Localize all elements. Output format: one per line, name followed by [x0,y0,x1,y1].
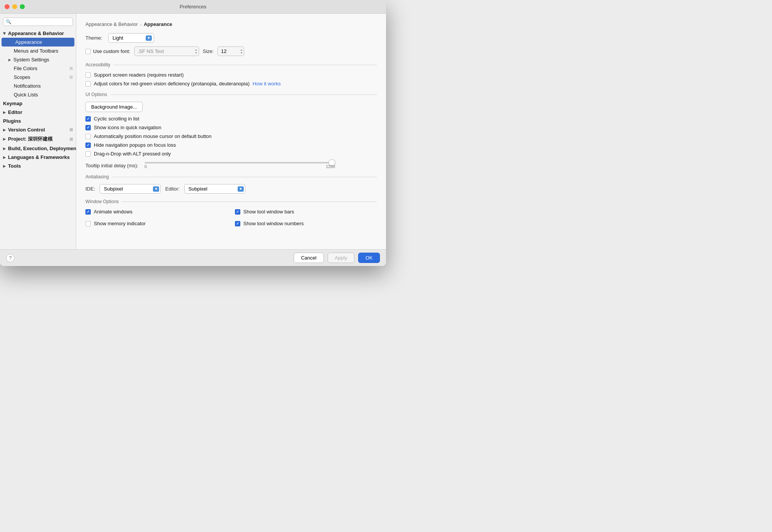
sidebar-item-label: Keymap [3,101,23,106]
sidebar-item-project[interactable]: ▶ Project: 深圳怀建模 ⊞ [0,134,76,144]
antialiasing-row: IDE: Subpixel Greyscale LCD ▼ Editor: Su… [85,184,377,194]
sidebar-item-label: Build, Execution, Deployment [8,146,76,151]
sidebar: 🔍 ▶ Appearance & Behavior Appearance Men… [0,14,76,249]
sidebar-item-appearance-behavior[interactable]: ▶ Appearance & Behavior [0,29,76,38]
divider-line [112,177,377,177]
help-button[interactable]: ? [6,254,14,262]
show-icons-nav-checkbox[interactable] [85,125,91,130]
sidebar-item-label: Languages & Frameworks [8,154,70,160]
drag-drop-row: Drag-n-Drop with ALT pressed only [85,151,377,157]
copy-icon: ⊞ [69,75,73,80]
search-icon: 🔍 [6,19,11,24]
ide-aa-select[interactable]: Subpixel Greyscale LCD [100,184,161,194]
triangle-icon: ▶ [3,128,6,132]
apply-button[interactable]: Apply [328,253,355,263]
how-it-works-link[interactable]: How it works [253,81,281,87]
screen-readers-row: Support screen readers (requires restart… [85,72,377,78]
antialiasing-section-divider: Antialiasing [85,174,377,179]
tooltip-slider-wrap: 0 1200 [145,162,335,169]
ide-label: IDE: [85,186,95,192]
sidebar-item-menus-toolbars[interactable]: Menus and Toolbars [0,46,76,55]
sidebar-item-file-colors[interactable]: File Colors ⊞ [0,64,76,73]
sidebar-item-appearance[interactable]: Appearance [2,38,74,46]
show-tool-bars-checkbox[interactable] [235,209,240,215]
show-tool-numbers-checkbox[interactable] [235,221,240,226]
animate-windows-checkbox[interactable] [85,209,91,215]
font-arrow-up[interactable]: ▲ [195,48,198,51]
accessibility-section-label: Accessibility [85,62,110,67]
search-box[interactable]: 🔍 [3,18,73,26]
sidebar-item-label: Quick Lists [14,92,38,98]
show-memory-label: Show memory indicator [94,221,146,226]
color-blind-checkbox[interactable] [85,81,91,87]
maximize-button[interactable] [20,4,25,9]
size-select[interactable]: 12 10 11 13 14 16 [217,46,244,56]
slider-max: 1200 [326,164,335,169]
sidebar-item-label: System Settings [13,57,49,62]
tooltip-slider[interactable] [145,162,335,163]
sidebar-item-quick-lists[interactable]: Quick Lists [0,90,76,99]
antialiasing-section-label: Antialiasing [85,174,109,179]
custom-font-checkbox[interactable] [85,49,91,54]
breadcrumb: Appearance & Behavior › Appearance [85,21,377,27]
window-options-grid: Animate windows Show tool window bars Sh… [85,209,377,229]
sidebar-item-scopes[interactable]: Scopes ⊞ [0,73,76,82]
editor-aa-select[interactable]: Subpixel Greyscale LCD [184,184,245,194]
sidebar-item-notifications[interactable]: Notifications [0,82,76,90]
cyclic-scroll-row: Cyclic scrolling in list [85,116,377,122]
hide-nav-popups-checkbox[interactable] [85,143,91,148]
sidebar-item-languages[interactable]: ▶ Languages & Frameworks [0,153,76,162]
sidebar-item-version-control[interactable]: ▶ Version Control ⊞ [0,125,76,134]
search-input[interactable] [13,19,70,24]
cancel-button[interactable]: Cancel [294,253,323,263]
divider-line [110,95,377,95]
color-blind-label: Adjust colors for red-green vision defic… [94,81,249,87]
cyclic-scroll-label: Cyclic scrolling in list [94,116,139,122]
divider-line [122,202,377,202]
sidebar-item-label: Menus and Toolbars [14,48,58,54]
sidebar-item-keymap[interactable]: Keymap [0,99,76,108]
copy-icon: ⊞ [69,66,73,71]
editor-select-wrap: Subpixel Greyscale LCD ▼ [184,184,245,194]
copy-icon: ⊞ [69,127,73,132]
hide-nav-popups-row: Hide navigation popups on focus loss [85,142,377,148]
close-button[interactable] [5,4,10,9]
screen-readers-label: Support screen readers (requires restart… [94,72,184,78]
show-tool-numbers-label: Show tool window numbers [243,221,304,226]
font-arrows: ▲ ▼ [195,48,198,54]
ok-button[interactable]: OK [358,253,380,263]
sidebar-item-build[interactable]: ▶ Build, Execution, Deployment [0,144,76,153]
font-input[interactable] [134,46,199,56]
triangle-icon: ▶ [3,147,6,151]
drag-drop-checkbox[interactable] [85,151,91,157]
theme-select-wrap: Light Darcula High contrast IntelliJ Lig… [108,33,154,43]
editor-label: Editor: [165,186,180,192]
show-memory-row: Show memory indicator [85,221,227,226]
auto-mouse-checkbox[interactable] [85,134,91,139]
sidebar-item-tools[interactable]: ▶ Tools [0,162,76,170]
triangle-icon: ▶ [3,32,6,35]
footer-buttons: Cancel Apply OK [294,253,380,263]
sidebar-item-editor[interactable]: ▶ Editor [0,108,76,117]
show-icons-nav-row: Show icons in quick navigation [85,125,377,130]
window-controls [5,4,25,9]
main-layout: 🔍 ▶ Appearance & Behavior Appearance Men… [0,14,386,249]
theme-select[interactable]: Light Darcula High contrast IntelliJ Lig… [108,33,154,43]
divider-line [113,65,377,65]
cyclic-scroll-checkbox[interactable] [85,116,91,122]
background-image-button[interactable]: Background Image... [85,102,143,112]
sidebar-item-label: Plugins [3,118,21,124]
breadcrumb-separator: › [140,22,142,27]
font-arrow-down[interactable]: ▼ [195,51,198,54]
sidebar-item-system-settings[interactable]: ▶ System Settings [0,55,76,64]
screen-readers-checkbox[interactable] [85,72,91,78]
sidebar-item-plugins[interactable]: Plugins [0,117,76,125]
minimize-button[interactable] [12,4,17,9]
color-blind-row: Adjust colors for red-green vision defic… [85,81,377,87]
sidebar-item-label: Appearance [15,39,42,45]
sidebar-item-label: Notifications [14,83,41,89]
custom-font-checkbox-wrap: Use custom font: [85,48,130,54]
breadcrumb-current: Appearance [144,21,172,27]
show-memory-checkbox[interactable] [85,221,91,226]
footer: ? Cancel Apply OK [0,249,386,266]
